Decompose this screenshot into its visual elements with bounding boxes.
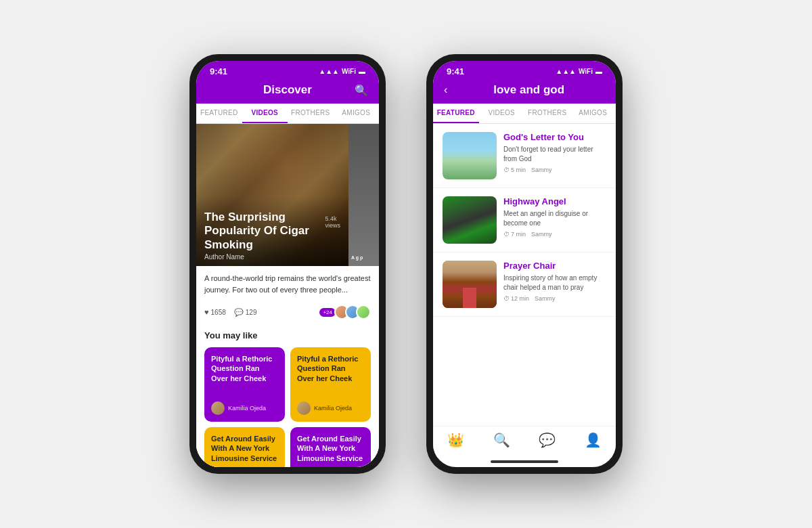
article-thumb-2 (443, 196, 497, 244)
author-1: Sammy (531, 167, 552, 173)
tab-frothers-2[interactable]: FROTHERS (524, 104, 570, 123)
card-1[interactable]: Pityful a Rethoric Question Ran Over her… (204, 347, 285, 422)
article-desc-2: Meet an angel in disguise or become one (503, 209, 606, 228)
article-info-1: God's Letter to You Don't forget to read… (503, 132, 606, 173)
card-4-title: Get Around Easily With A New York Limous… (297, 434, 364, 467)
author-2: Sammy (531, 231, 552, 238)
featured-overlay: The Surprising Popularity Of Cigar Smoki… (196, 197, 348, 266)
card-4[interactable]: Get Around Easily With A New York Limous… (290, 427, 371, 467)
article-meta-2: ⏱ 7 min Sammy (503, 231, 606, 238)
article-meta-1: ⏱ 5 min Sammy (503, 167, 606, 173)
content-2: God's Letter to You Don't forget to read… (433, 124, 616, 426)
card-2[interactable]: Pityful a Rethoric Question Ran Over her… (290, 347, 371, 422)
avatars-stack: +24 (319, 305, 371, 320)
card-2-title: Pityful a Rethoric Question Ran Over her… (297, 354, 364, 397)
header-title-2: love and god (453, 83, 605, 97)
header-2: ‹ love and god (433, 79, 616, 104)
card-1-author: Kamilia Ojeda (228, 405, 266, 412)
home-indicator-2 (491, 460, 558, 463)
likes-count: 1658 (211, 309, 226, 316)
tab-videos-2[interactable]: VIDEOS (479, 104, 525, 123)
signal-icon: ▲▲▲ (319, 68, 339, 75)
header-1: Discover 🔍 (196, 79, 379, 104)
bottom-nav: 👑 🔍 💬 👤 (433, 426, 616, 458)
header-title-1: Discover (263, 83, 312, 97)
phone-1: 9:41 ▲▲▲ WiFi ▬ Discover 🔍 FEATURED VIDE… (189, 54, 386, 474)
article-excerpt: A round-the-world trip remains the world… (196, 266, 379, 302)
time-icon-3: ⏱ 12 min (503, 295, 529, 302)
heart-icon: ♥ (204, 308, 209, 316)
comments-count: 129 (246, 309, 257, 316)
card-3[interactable]: Get Around Easily With A New York Limous… (204, 427, 285, 467)
time-icon-2: ⏱ 7 min (503, 231, 526, 238)
tab-amigos-2[interactable]: AMIGOS (570, 104, 616, 123)
signal-icon-2: ▲▲▲ (556, 68, 576, 75)
tab-featured-1[interactable]: FEATURED (196, 104, 242, 123)
status-icons-1: ▲▲▲ WiFi ▬ (319, 68, 365, 75)
article-info-3: Prayer Chair Inspiring story of how an e… (503, 261, 606, 302)
time-1: 9:41 (210, 66, 227, 76)
excerpt-text: A round-the-world trip remains the world… (204, 273, 371, 295)
article-desc-1: Don't forget to read your letter from Go… (503, 145, 606, 164)
featured-author: Author Name (204, 253, 340, 261)
next-card-partial: A g p (348, 124, 379, 266)
back-button[interactable]: ‹ (444, 84, 447, 96)
article-thumb-1 (443, 132, 497, 179)
you-may-like-label: You may like (196, 325, 379, 343)
time-icon-1: ⏱ 5 min (503, 167, 526, 173)
article-item-2[interactable]: Highway Angel Meet an angel in disguise … (433, 188, 616, 252)
author-3: Sammy (535, 295, 556, 302)
card-2-author: Kamilia Ojeda (314, 405, 352, 412)
status-icons-2: ▲▲▲ WiFi ▬ (556, 68, 602, 75)
card-1-title: Pityful a Rethoric Question Ran Over her… (211, 354, 278, 397)
article-item-1[interactable]: God's Letter to You Don't forget to read… (433, 124, 616, 188)
tab-videos-1[interactable]: VIDEOS (242, 104, 288, 123)
featured-views: 5.4k views (325, 215, 340, 229)
featured-title: The Surprising Popularity Of Cigar Smoki… (204, 211, 321, 252)
content-1: The Surprising Popularity Of Cigar Smoki… (196, 124, 379, 467)
battery-icon-2: ▬ (595, 68, 602, 75)
card-3-title: Get Around Easily With A New York Limous… (211, 434, 278, 467)
tab-featured-2[interactable]: FEATURED (433, 104, 479, 123)
card-2-author-row: Kamilia Ojeda (297, 401, 364, 415)
nav-crown[interactable]: 👑 (447, 432, 464, 448)
featured-card[interactable]: The Surprising Popularity Of Cigar Smoki… (196, 124, 379, 266)
tab-amigos-1[interactable]: AMIGOS (334, 104, 380, 123)
avatar-3 (356, 305, 371, 320)
article-desc-3: Inspiring story of how an empty chair he… (503, 273, 606, 292)
article-title-3: Prayer Chair (503, 261, 606, 271)
phone-2: 9:41 ▲▲▲ WiFi ▬ ‹ love and god FEATURED … (426, 54, 623, 474)
article-title-2: Highway Angel (503, 196, 606, 207)
nav-user[interactable]: 👤 (585, 432, 602, 448)
search-icon-1[interactable]: 🔍 (355, 84, 368, 97)
battery-icon: ▬ (359, 68, 365, 75)
comments-stat: 💬 129 (234, 308, 257, 317)
tab-frothers-1[interactable]: FROTHERS (288, 104, 334, 123)
card-2-avatar (297, 401, 311, 415)
article-info-2: Highway Angel Meet an angel in disguise … (503, 196, 606, 238)
avatar-count: +24 (319, 308, 336, 317)
wifi-icon: WiFi (342, 68, 356, 75)
card-1-avatar (211, 401, 225, 415)
tabs-2: FEATURED VIDEOS FROTHERS AMIGOS (433, 104, 616, 124)
wifi-icon-2: WiFi (579, 68, 593, 75)
article-stats: ♥ 1658 💬 129 +24 (196, 302, 379, 325)
comment-icon: 💬 (234, 308, 244, 317)
tabs-1: FEATURED VIDEOS FROTHERS AMIGOS (196, 104, 379, 124)
article-thumb-3 (443, 261, 497, 308)
time-2: 9:41 (447, 66, 464, 76)
article-meta-3: ⏱ 12 min Sammy (503, 295, 606, 302)
next-card-text: A g p (351, 255, 376, 261)
article-title-1: God's Letter to You (503, 132, 606, 143)
article-item-3[interactable]: Prayer Chair Inspiring story of how an e… (433, 252, 616, 317)
featured-image: The Surprising Popularity Of Cigar Smoki… (196, 124, 348, 266)
cards-grid: Pityful a Rethoric Question Ran Over her… (196, 343, 379, 467)
card-1-author-row: Kamilia Ojeda (211, 401, 278, 415)
nav-chat[interactable]: 💬 (539, 432, 556, 448)
nav-search[interactable]: 🔍 (493, 432, 510, 448)
likes-stat: ♥ 1658 (204, 308, 226, 316)
status-bar-1: 9:41 ▲▲▲ WiFi ▬ (196, 61, 379, 79)
status-bar-2: 9:41 ▲▲▲ WiFi ▬ (433, 61, 616, 79)
